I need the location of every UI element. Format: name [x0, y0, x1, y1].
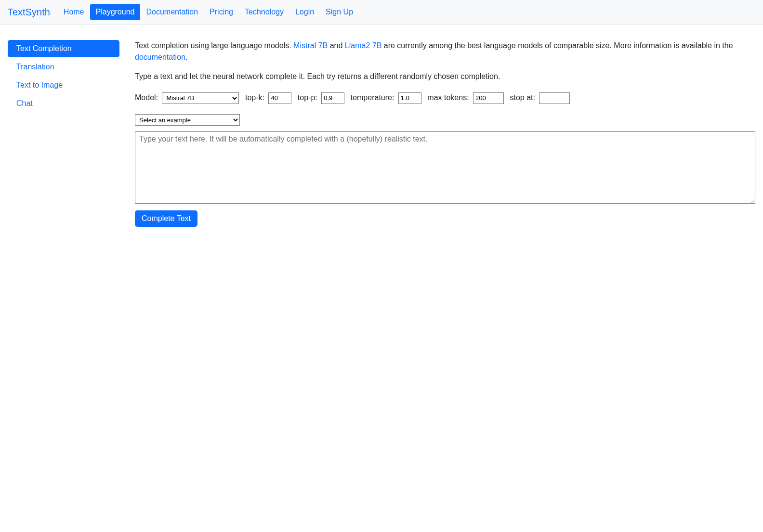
sidebar-item-chat[interactable]: Chat — [8, 95, 119, 112]
link-mistral[interactable]: Mistral 7B — [293, 41, 328, 50]
intro-prefix: Text completion using large language mod… — [135, 41, 293, 50]
controls-row: Model: Mistral 7B top-k: top-p: temperat… — [135, 90, 755, 105]
topk-label: top-k: — [245, 93, 264, 102]
instruction-text: Type a text and let the neural network c… — [135, 71, 755, 82]
link-documentation[interactable]: documentation — [135, 53, 185, 61]
temperature-input[interactable] — [398, 92, 421, 104]
example-select[interactable]: Select an example — [135, 114, 240, 126]
sidebar-item-translation[interactable]: Translation — [8, 58, 119, 76]
intro-suffix: . — [185, 53, 187, 61]
stopat-label: stop at: — [510, 93, 535, 102]
topp-label: top-p: — [298, 93, 317, 102]
nav-home[interactable]: Home — [58, 4, 90, 20]
nav-documentation[interactable]: Documentation — [140, 4, 204, 20]
nav-login[interactable]: Login — [289, 4, 320, 20]
intro-mid2: are currently among the best language mo… — [382, 41, 733, 50]
brand-link[interactable]: TextSynth — [8, 7, 50, 18]
nav-pricing[interactable]: Pricing — [204, 4, 239, 20]
nav-links: Home Playground Documentation Pricing Te… — [58, 4, 359, 20]
model-label: Model: — [135, 93, 158, 102]
main-content: Text completion using large language mod… — [127, 40, 755, 227]
complete-text-button[interactable]: Complete Text — [135, 210, 197, 227]
link-llama2[interactable]: Llama2 7B — [345, 41, 382, 50]
maxtokens-label: max tokens: — [427, 93, 469, 102]
prompt-textarea[interactable] — [135, 131, 755, 204]
intro-text: Text completion using large language mod… — [135, 40, 755, 63]
main-container: Text Completion Translation Text to Imag… — [0, 25, 763, 242]
model-select[interactable]: Mistral 7B — [162, 92, 239, 104]
temperature-label: temperature: — [351, 93, 395, 102]
top-navbar: TextSynth Home Playground Documentation … — [0, 0, 763, 25]
maxtokens-input[interactable] — [473, 92, 504, 104]
sidebar: Text Completion Translation Text to Imag… — [8, 40, 127, 227]
topp-input[interactable] — [321, 92, 344, 104]
sidebar-item-text-completion[interactable]: Text Completion — [8, 40, 119, 57]
intro-mid1: and — [328, 41, 345, 50]
stopat-input[interactable] — [539, 92, 570, 104]
sidebar-item-text-to-image[interactable]: Text to Image — [8, 77, 119, 94]
topk-input[interactable] — [268, 92, 291, 104]
nav-playground[interactable]: Playground — [90, 4, 141, 20]
nav-signup[interactable]: Sign Up — [320, 4, 359, 20]
nav-technology[interactable]: Technology — [239, 4, 289, 20]
